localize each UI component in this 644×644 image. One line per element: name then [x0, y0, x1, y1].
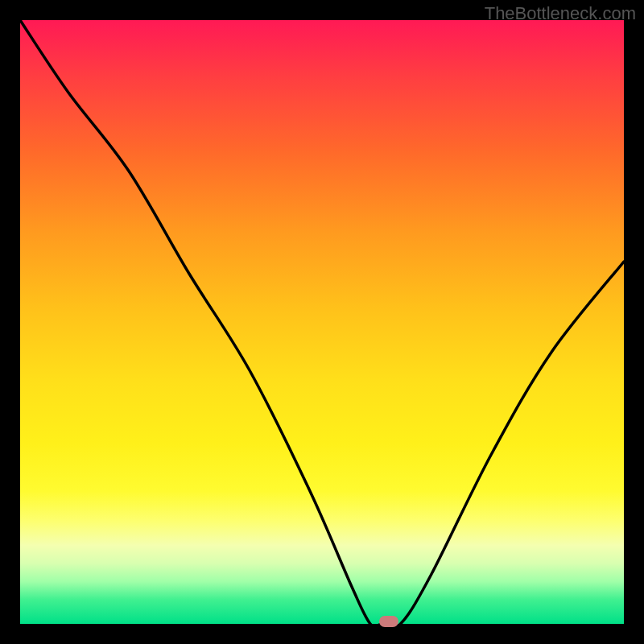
- watermark-text: TheBottleneck.com: [485, 3, 636, 24]
- curve-svg: [20, 20, 624, 624]
- minimum-marker: [379, 616, 398, 627]
- chart-frame: TheBottleneck.com: [0, 0, 644, 644]
- plot-area: [20, 20, 624, 624]
- bottleneck-curve-path: [20, 20, 624, 624]
